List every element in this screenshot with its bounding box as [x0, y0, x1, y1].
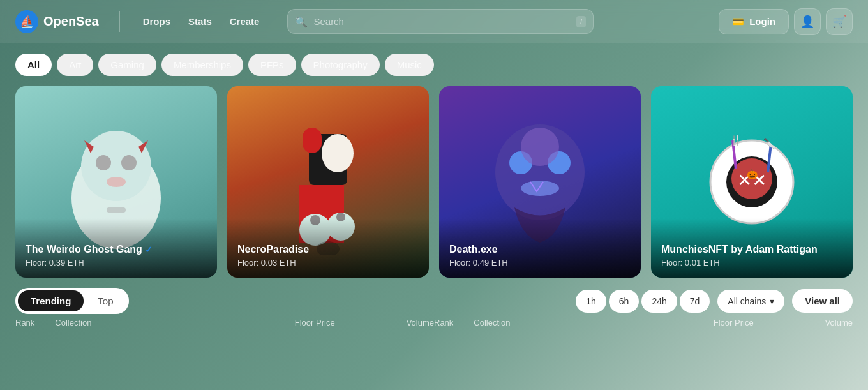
- card-title-card2: NecroParadise: [237, 244, 419, 255]
- cards-grid: The Weirdo Ghost Gang✓Floor: 0.39 ETH Ne…: [0, 86, 868, 278]
- volume-header-left: Volume: [407, 318, 434, 327]
- collection-header-right: Collection: [474, 318, 510, 327]
- opensea-logo-icon: ⛵: [15, 10, 38, 33]
- card-title-card4: MunchiesNFT by Adam Rattigan: [661, 244, 842, 255]
- table-headers-left: Rank Collection Floor Price Volume: [15, 314, 434, 327]
- table-right: Rank Collection Floor Price Volume: [434, 314, 853, 327]
- search-icon: 🔍: [295, 15, 308, 27]
- header-actions: 💳 Login 👤 🛒: [719, 8, 853, 35]
- card-title-card3: Death.exe: [449, 244, 631, 255]
- login-button[interactable]: 💳 Login: [719, 9, 789, 34]
- search-shortcut-label: /: [576, 16, 586, 27]
- logo-area[interactable]: ⛵ OpenSea: [15, 10, 99, 33]
- main-nav: Drops Stats Create: [135, 11, 267, 32]
- volume-header-right: Volume: [825, 318, 853, 327]
- trending-top-tabs: Trending Top: [15, 288, 129, 314]
- svg-point-2: [96, 155, 111, 170]
- cat-tab-pfps[interactable]: PFPs: [248, 54, 296, 76]
- svg-text:🍴: 🍴: [730, 134, 742, 146]
- chains-filter-button[interactable]: All chains ▾: [717, 290, 784, 313]
- profile-button[interactable]: 👤: [794, 8, 821, 35]
- logo-text: OpenSea: [43, 14, 99, 29]
- card-floor-card4: Floor: 0.01 ETH: [661, 258, 842, 267]
- table-headers-right: Rank Collection Floor Price Volume: [434, 314, 853, 327]
- nav-create[interactable]: Create: [222, 11, 267, 32]
- rank-header-right: Rank: [434, 318, 453, 327]
- cat-tab-gaming[interactable]: Gaming: [98, 54, 156, 76]
- svg-rect-7: [303, 128, 322, 153]
- category-tabs: AllArtGamingMembershipsPFPsPhotographyMu…: [0, 43, 868, 86]
- time-filter-group: 1h6h24h7d: [576, 290, 710, 313]
- svg-text:🎃: 🎃: [747, 169, 758, 180]
- card-overlay-card3: Death.exeFloor: 0.49 ETH: [439, 218, 641, 278]
- nft-card-card3[interactable]: Death.exeFloor: 0.49 ETH: [439, 86, 641, 278]
- cart-icon: 🛒: [832, 15, 846, 29]
- search-container: 🔍 /: [287, 9, 594, 34]
- verified-badge-card1: ✓: [145, 244, 153, 255]
- nav-stats[interactable]: Stats: [181, 11, 220, 32]
- cat-tab-all[interactable]: All: [15, 54, 52, 76]
- svg-rect-5: [107, 207, 126, 213]
- header-divider: [119, 11, 120, 32]
- table-left: Rank Collection Floor Price Volume: [15, 314, 434, 327]
- floor-price-header-right: Floor Price: [714, 318, 754, 327]
- header: ⛵ OpenSea Drops Stats Create 🔍 / 💳 Login…: [0, 0, 868, 43]
- chevron-down-icon: ▾: [770, 296, 774, 306]
- svg-text:🔪: 🔪: [763, 137, 776, 149]
- time-btn-1h[interactable]: 1h: [576, 290, 606, 313]
- svg-point-1: [81, 131, 151, 201]
- card-floor-card3: Floor: 0.49 ETH: [449, 258, 631, 267]
- card-overlay-card1: The Weirdo Ghost Gang✓Floor: 0.39 ETH: [15, 218, 217, 278]
- cat-tab-photography[interactable]: Photography: [301, 54, 380, 76]
- time-btn-7d[interactable]: 7d: [680, 290, 710, 313]
- trending-tab[interactable]: Trending: [18, 290, 84, 311]
- nft-card-card4[interactable]: ✕✕ 🎃 🍴 🔪 MunchiesNFT by Adam RattiganFlo…: [651, 86, 853, 278]
- nft-card-card2[interactable]: NecroParadiseFloor: 0.03 ETH: [227, 86, 429, 278]
- top-tab[interactable]: Top: [85, 290, 126, 311]
- cat-tab-art[interactable]: Art: [57, 54, 93, 76]
- card-title-card1: The Weirdo Ghost Gang✓: [26, 244, 207, 255]
- card-floor-card2: Floor: 0.03 ETH: [237, 258, 419, 267]
- time-btn-24h[interactable]: 24h: [641, 290, 677, 313]
- cart-button[interactable]: 🛒: [826, 8, 853, 35]
- collection-header-left: Collection: [55, 318, 91, 327]
- card-overlay-card2: NecroParadiseFloor: 0.03 ETH: [227, 218, 429, 278]
- bottom-bar: Trending Top 1h6h24h7d All chains ▾ View…: [0, 288, 868, 314]
- view-all-button[interactable]: View all: [792, 289, 853, 313]
- svg-point-4: [107, 177, 126, 187]
- profile-icon: 👤: [800, 15, 814, 29]
- svg-point-19: [521, 128, 559, 166]
- time-btn-6h[interactable]: 6h: [609, 290, 640, 313]
- cat-tab-music[interactable]: Music: [385, 54, 434, 76]
- login-label: Login: [749, 16, 775, 27]
- nav-drops[interactable]: Drops: [135, 11, 178, 32]
- floor-price-header-left: Floor Price: [295, 318, 335, 327]
- cat-tab-memberships[interactable]: Memberships: [161, 54, 243, 76]
- table-section: Rank Collection Floor Price Volume Rank …: [0, 314, 868, 327]
- svg-point-3: [121, 155, 137, 170]
- nft-card-card1[interactable]: The Weirdo Ghost Gang✓Floor: 0.39 ETH: [15, 86, 217, 278]
- card-floor-card1: Floor: 0.39 ETH: [26, 258, 207, 267]
- wallet-icon: 💳: [732, 16, 744, 27]
- svg-point-8: [322, 134, 354, 172]
- rank-header-left: Rank: [15, 318, 34, 327]
- svg-point-18: [521, 181, 559, 196]
- search-input[interactable]: [287, 9, 594, 34]
- card-overlay-card4: MunchiesNFT by Adam RattiganFloor: 0.01 …: [651, 218, 853, 278]
- chains-filter-label: All chains: [728, 296, 766, 306]
